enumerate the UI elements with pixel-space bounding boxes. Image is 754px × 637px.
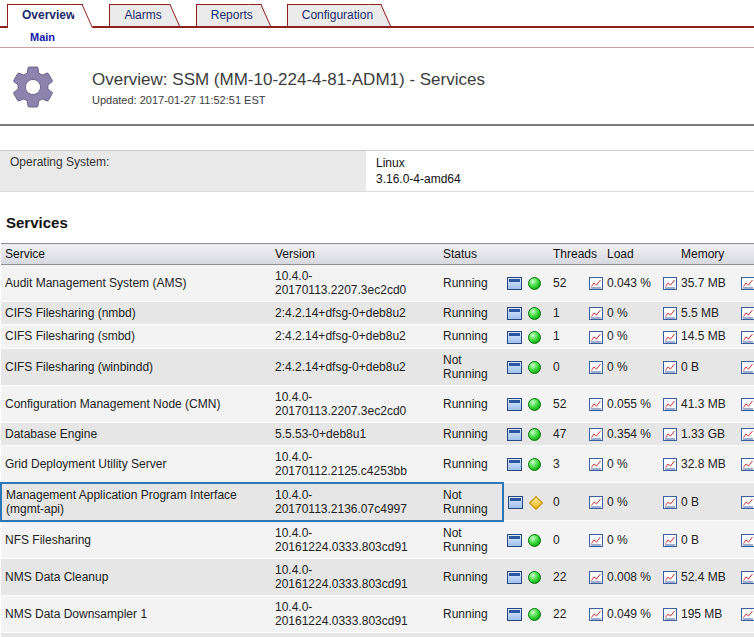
memory-chart-icon[interactable] (741, 571, 754, 584)
services-table-body: Audit Management System (AMS) 10.4.0-201… (1, 265, 754, 637)
operating-system-row: Operating System: Linux 3.16.0-4-amd64 (0, 150, 754, 192)
load-chart-icon[interactable] (663, 398, 677, 411)
memory-chart-icon[interactable] (741, 277, 754, 290)
load-chart-icon[interactable] (663, 534, 677, 547)
threads-chart-icon[interactable] (589, 496, 603, 509)
console-icon[interactable] (507, 458, 522, 471)
load-chart-icon[interactable] (663, 428, 677, 441)
console-icon[interactable] (507, 277, 522, 290)
load-value: 0.008 % (603, 558, 659, 595)
service-status: Running (439, 265, 503, 302)
console-icon[interactable] (507, 398, 522, 411)
threads-chart-icon[interactable] (589, 307, 603, 320)
table-row: NMS Data Downsampler 2 10.4.0-20161224.0… (1, 632, 754, 637)
table-row: NMS Data Cleanup 10.4.0-20161224.0333.80… (1, 558, 754, 595)
load-value: 0 % (603, 325, 659, 348)
load-value: 0 % (603, 483, 659, 521)
memory-chart-icon[interactable] (741, 428, 754, 441)
main-link[interactable]: Main (30, 31, 55, 43)
memory-value: 32.8 MB (677, 445, 737, 483)
service-name: Configuration Management Node (CMN) (1, 385, 271, 422)
service-version: 10.4.0-20170113.2207.3ec2cd0 (271, 265, 439, 302)
memory-chart-icon[interactable] (741, 496, 754, 509)
status-ok-icon (528, 331, 541, 344)
threads-chart-icon[interactable] (589, 608, 603, 621)
load-chart-icon[interactable] (663, 496, 677, 509)
threads-chart-icon[interactable] (589, 277, 603, 290)
memory-chart-icon[interactable] (741, 361, 754, 374)
threads-value: 22 (549, 595, 585, 632)
table-row: NMS Data Downsampler 1 10.4.0-20161224.0… (1, 595, 754, 632)
table-row: Database Engine 5.5.53-0+deb8u1 Running … (1, 422, 754, 445)
service-name: Management Application Program Interface… (1, 483, 271, 521)
service-version: 10.4.0-20161224.0333.803cd91 (271, 521, 439, 559)
memory-chart-icon[interactable] (741, 307, 754, 320)
tab-alarms[interactable]: Alarms (109, 4, 169, 26)
tab-configuration[interactable]: Configuration (287, 4, 381, 26)
threads-chart-icon[interactable] (589, 428, 603, 441)
load-chart-icon[interactable] (663, 458, 677, 471)
sub-nav: Main (0, 28, 754, 48)
os-kernel: 3.16.0-4-amd64 (376, 171, 461, 187)
column-header-load: Load (603, 244, 677, 265)
load-chart-icon[interactable] (663, 361, 677, 374)
load-chart-icon[interactable] (663, 277, 677, 290)
memory-chart-icon[interactable] (741, 458, 754, 471)
threads-chart-icon[interactable] (589, 398, 603, 411)
service-status: Running (439, 595, 503, 632)
status-ok-icon (528, 571, 541, 584)
console-icon[interactable] (507, 571, 522, 584)
threads-value: 52 (549, 265, 585, 302)
memory-chart-icon[interactable] (741, 534, 754, 547)
column-header-threads: Threads (549, 244, 603, 265)
service-status: Not Running (439, 348, 503, 385)
threads-chart-icon[interactable] (589, 571, 603, 584)
tab-overview[interactable]: Overview (7, 4, 83, 28)
load-chart-icon[interactable] (663, 571, 677, 584)
page: { "tabs": [ {"label": "Overview", "activ… (0, 0, 754, 637)
gear-icon (8, 62, 58, 112)
memory-value: 0 B (677, 348, 737, 385)
service-name: Grid Deployment Utility Server (1, 445, 271, 483)
services-table: Service Version Status Threads Load Memo… (0, 243, 754, 637)
memory-chart-icon[interactable] (741, 398, 754, 411)
status-ok-icon (528, 307, 541, 320)
threads-value: 0 (549, 348, 585, 385)
service-name: CIFS Filesharing (smbd) (1, 325, 271, 348)
status-ok-icon (528, 458, 541, 471)
service-status: Not Running (439, 521, 503, 559)
memory-chart-icon[interactable] (741, 608, 754, 621)
memory-value: 5.5 MB (677, 302, 737, 325)
load-chart-icon[interactable] (663, 331, 677, 344)
console-icon[interactable] (507, 307, 522, 320)
threads-chart-icon[interactable] (589, 458, 603, 471)
threads-chart-icon[interactable] (589, 534, 603, 547)
table-row: CIFS Filesharing (nmbd) 2:4.2.14+dfsg-0+… (1, 302, 754, 325)
load-value: 0.043 % (603, 265, 659, 302)
memory-value: 52.4 MB (677, 558, 737, 595)
threads-value: 47 (549, 422, 585, 445)
status-warning-icon (529, 496, 543, 510)
status-ok-icon (528, 534, 541, 547)
load-value: 0 % (603, 521, 659, 559)
console-icon[interactable] (507, 331, 522, 344)
tab-reports[interactable]: Reports (196, 4, 261, 26)
os-label: Operating System: (0, 151, 366, 191)
memory-value: 1.33 GB (677, 422, 737, 445)
load-chart-icon[interactable] (663, 608, 677, 621)
console-icon[interactable] (507, 608, 522, 621)
threads-chart-icon[interactable] (589, 331, 603, 344)
service-version: 10.4.0-20170113.2136.07c4997 (271, 483, 439, 521)
memory-chart-icon[interactable] (741, 331, 754, 344)
service-status: Running (439, 302, 503, 325)
threads-chart-icon[interactable] (589, 361, 603, 374)
console-icon[interactable] (507, 428, 522, 441)
console-icon[interactable] (507, 361, 522, 374)
memory-value: 0 B (677, 483, 737, 521)
console-icon[interactable] (508, 496, 523, 509)
load-chart-icon[interactable] (663, 307, 677, 320)
service-status: Running (439, 558, 503, 595)
column-header-version: Version (271, 244, 439, 265)
console-icon[interactable] (507, 534, 522, 547)
tab-bar: Overview Alarms Reports Configuration (0, 0, 754, 28)
